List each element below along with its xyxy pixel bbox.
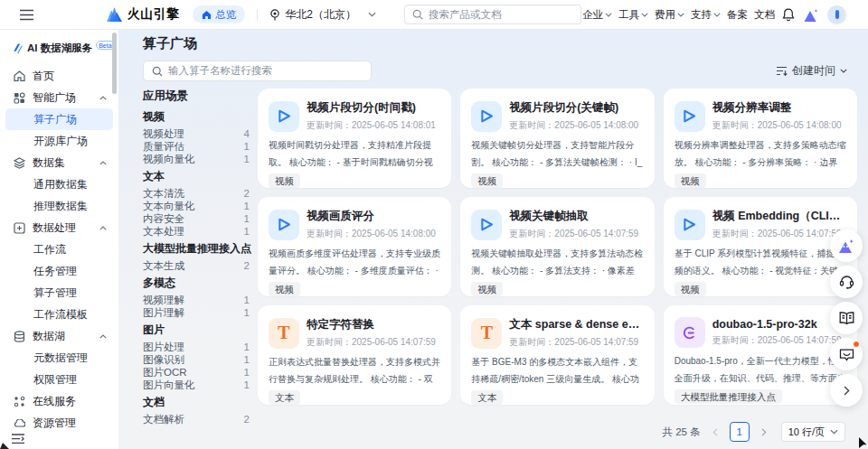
page-body: AI 数据湖服务 Beta 首页 智能广场 算子广场	[0, 30, 868, 449]
next-page-button[interactable]	[754, 422, 774, 442]
volcengine-mountain-icon	[106, 7, 123, 22]
chevron-down-icon	[840, 69, 847, 73]
filter-item[interactable]: 视频理解 1	[143, 294, 253, 306]
collapse-panel-button[interactable]	[830, 374, 863, 407]
region-selector[interactable]: 华北2（北京）	[269, 7, 376, 23]
volcengine-logo[interactable]: 火山引擎	[106, 6, 179, 23]
operator-card[interactable]: 视频片段切分(关键帧) 更新时间：2025-06-05 14:08:00 视频关…	[460, 89, 654, 188]
sidebar-item[interactable]: 算子管理	[5, 282, 113, 304]
sidebar-item[interactable]: 在线服务	[5, 390, 113, 412]
prev-page-button[interactable]	[705, 422, 725, 442]
notification-bell-icon[interactable]	[782, 8, 795, 22]
feedback-button[interactable]	[830, 338, 863, 370]
filter-item[interactable]: 图片OCR 1	[143, 366, 253, 379]
operator-card-description: 视频画质多维度评估处理器，支持专业级质量评分。 核心功能： - 多维度质量评估：…	[269, 245, 440, 279]
sidebar-item[interactable]: 工作流模板	[5, 304, 113, 325]
filter-item[interactable]: 图片向量化 1	[143, 379, 253, 391]
operator-card[interactable]: 视频片段切分(时间戳) 更新时间：2025-06-05 14:08:01 视频时…	[258, 89, 451, 188]
filter-item-count: 1	[244, 141, 253, 152]
filter-item[interactable]: 图像识别 1	[143, 353, 253, 366]
operator-card-updated: 更新时间：2025-06-05 14:07:59	[712, 228, 846, 240]
top-menu-item[interactable]: 备案	[727, 8, 748, 22]
filter-item-count: 1	[244, 307, 253, 318]
overview-button[interactable]: 总览	[193, 5, 245, 23]
operator-card[interactable]: doubao-1.5-pro-32k 更新时间：2025-06-05 14:07…	[664, 305, 857, 405]
user-avatar[interactable]	[827, 5, 846, 24]
documentation-button[interactable]	[830, 302, 863, 334]
sidebar-item[interactable]: 数据湖	[5, 325, 113, 347]
filter-item[interactable]: 文本清洗 2	[143, 187, 253, 200]
sidebar-item[interactable]: 工作流	[5, 239, 113, 260]
filter-item-count: 1	[244, 226, 253, 237]
operator-card-tag: 文本	[269, 390, 300, 405]
operator-card[interactable]: T 文本 sparse & dense embed... 更新时间：2025-0…	[460, 305, 654, 405]
filter-item[interactable]: 图片处理 1	[143, 341, 253, 353]
operator-card-title: 视频画质评分	[307, 209, 440, 224]
sidebar-item[interactable]: 算子广场	[5, 108, 113, 130]
sidebar-item[interactable]: 推理数据集	[5, 195, 113, 217]
filter-item-count: 1	[244, 341, 253, 352]
operator-search-input[interactable]: 输入算子名称进行搜索	[143, 61, 372, 81]
operator-card[interactable]: 视频画质评分 更新时间：2025-06-05 14:08:00 视频画质多维度评…	[258, 197, 451, 296]
operator-card[interactable]: T 特定字符替换 更新时间：2025-06-05 14:07:59 正则表达式批…	[258, 305, 451, 405]
sidebar-scrollbar[interactable]	[112, 33, 117, 94]
filter-item[interactable]: 内容安全 1	[143, 212, 253, 225]
doubao-icon	[675, 317, 705, 348]
top-menu-item[interactable]: 工具	[618, 8, 648, 22]
operator-card-description: 视频关键帧切分处理器，支持智能片段分割。 核心功能： - 多算法关键帧检测： ·…	[471, 136, 643, 171]
top-menu-item[interactable]: 费用	[655, 8, 684, 22]
search-placeholder: 搜索产品或文档	[429, 8, 502, 22]
customer-support-button[interactable]	[830, 266, 863, 298]
sidebar-item[interactable]: 智能广场	[5, 87, 113, 108]
ai-assistant-button[interactable]	[830, 229, 863, 262]
filter-item[interactable]: 质量评估 1	[143, 140, 253, 153]
top-icon-group	[782, 5, 846, 24]
sidebar-item[interactable]: 开源库广场	[5, 130, 113, 152]
filter-item[interactable]: 文本处理 1	[143, 225, 253, 238]
filter-item-count: 1	[244, 354, 253, 365]
filter-item[interactable]: 文本向量化 1	[143, 200, 253, 212]
page-size-select[interactable]: 10 行/页	[781, 422, 845, 442]
filter-group-name: 多模态	[143, 276, 253, 290]
sidebar-item[interactable]: 任务管理	[5, 260, 113, 282]
operator-card[interactable]: 视频分辨率调整 更新时间：2025-06-05 14:08:00 视频分辨率调整…	[664, 89, 857, 188]
filter-item[interactable]: 视频处理 4	[143, 127, 253, 140]
operator-card-title: 特定字符替换	[307, 317, 440, 332]
filter-group-name: 视频	[143, 110, 253, 124]
operator-search-placeholder: 输入算子名称进行搜索	[168, 64, 272, 78]
filter-group: 大模型批量推理接入点 文本生成 2	[143, 242, 253, 272]
sort-control[interactable]: 创建时间	[776, 63, 847, 79]
sidebar-footer	[0, 429, 118, 449]
top-menu-item[interactable]: 文档	[754, 8, 775, 22]
sidebar-item[interactable]: 数据集	[5, 152, 113, 173]
sidebar-menu: 首页 智能广场 算子广场 开源库广场	[0, 63, 118, 434]
current-page[interactable]: 1	[730, 422, 750, 442]
filter-group-name: 文本	[143, 170, 253, 183]
operator-card-tag: 视频	[269, 173, 300, 188]
filter-item[interactable]: 视频向量化 1	[143, 153, 253, 165]
operator-card-title: 视频 Embedding（CLIP 系...	[712, 209, 846, 224]
operator-card-updated: 更新时间：2025-06-05 14:07:59	[712, 334, 846, 347]
sidebar-item[interactable]: 通用数据集	[5, 173, 113, 195]
top-menu-item[interactable]: 支持	[691, 8, 721, 22]
operator-card-tag: 视频	[675, 282, 706, 296]
sidebar-item[interactable]: 权限管理	[5, 369, 113, 390]
top-menu-item[interactable]: 企业	[582, 8, 612, 22]
filter-item[interactable]: 文档解析 2	[143, 413, 253, 426]
operator-card-title: 文本 sparse & dense embed...	[509, 317, 643, 332]
dots-icon	[13, 396, 25, 407]
operator-card-title: 视频片段切分(关键帧)	[509, 100, 643, 116]
sidebar-item[interactable]: 首页	[5, 65, 113, 87]
operator-card[interactable]: 视频关键帧抽取 更新时间：2025-06-05 14:07:59 视频关键帧抽取…	[460, 197, 654, 296]
text-T-icon: T	[269, 318, 299, 349]
global-search-input[interactable]: 搜索产品或文档	[404, 5, 581, 24]
sidebar-item[interactable]: 数据处理	[5, 217, 113, 239]
filter-item[interactable]: 图片理解 1	[143, 306, 253, 319]
operator-card[interactable]: 视频 Embedding（CLIP 系... 更新时间：2025-06-05 1…	[664, 197, 857, 296]
sidebar-item[interactable]: 元数据管理	[5, 347, 113, 369]
top-navbar: 火山引擎 总览 华北2（北京） 搜索产品或文档 企业 工具 费用	[0, 0, 868, 30]
console-mountain-icon[interactable]	[803, 8, 819, 22]
filter-item[interactable]: 文本生成 2	[143, 259, 253, 272]
collapse-sidebar-icon[interactable]	[12, 434, 24, 444]
hamburger-menu-icon[interactable]	[20, 9, 33, 21]
